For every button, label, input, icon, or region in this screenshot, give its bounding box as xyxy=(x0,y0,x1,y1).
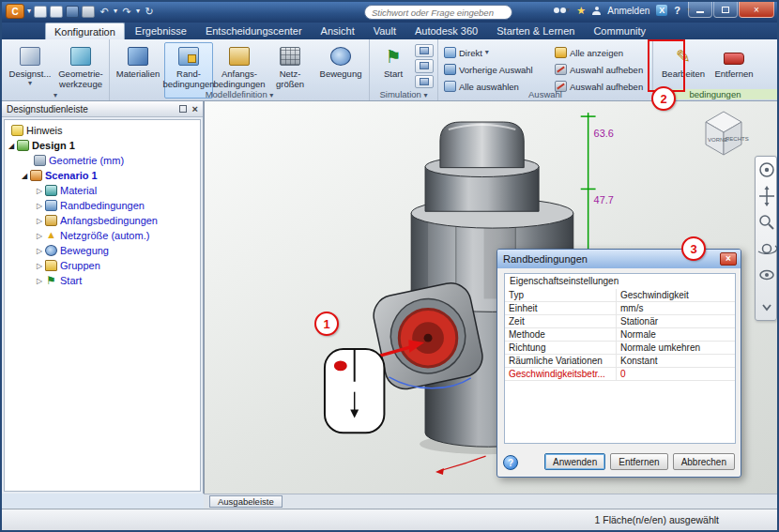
redo-caret-icon[interactable]: ▾ xyxy=(136,8,140,15)
tab-ergebnisse[interactable]: Ergebnisse xyxy=(127,23,195,39)
table-row[interactable]: TypGeschwindigkeit xyxy=(505,289,735,302)
search-binoculars-icon[interactable] xyxy=(554,8,559,13)
collapsed-caret-icon[interactable]: ▷ xyxy=(35,232,44,240)
refresh-icon[interactable]: ↻ xyxy=(143,6,156,18)
maximize-icon xyxy=(722,7,729,13)
dialog-close-button[interactable]: × xyxy=(720,252,737,266)
design-study-caret-icon[interactable]: ▾ xyxy=(28,80,32,87)
list-icon[interactable] xyxy=(415,75,434,88)
left-click-indicator xyxy=(334,360,347,371)
group-flyout-caret[interactable]: ▾ xyxy=(2,89,109,99)
cancel-button[interactable]: Abbrechen xyxy=(673,453,735,470)
tree-item-design-1[interactable]: ◢ Design 1 xyxy=(5,138,200,153)
note-icon xyxy=(11,125,23,136)
close-button[interactable]: × xyxy=(739,2,774,18)
envelope-icon[interactable] xyxy=(415,59,434,72)
tree-item-scenario-1[interactable]: ◢ Scenario 1 xyxy=(5,168,200,183)
pan-icon[interactable] xyxy=(759,186,774,206)
sign-in-label[interactable]: Anmelden xyxy=(607,6,649,16)
expanded-caret-icon[interactable]: ◢ xyxy=(7,142,16,150)
group-label-simulation[interactable]: Simulation ▾ xyxy=(370,89,437,99)
materials-icon xyxy=(128,47,148,66)
tab-konfiguration[interactable]: Konfiguration xyxy=(45,23,125,39)
viewcube-right-label[interactable]: RECHTS xyxy=(726,136,749,142)
search-input[interactable] xyxy=(372,8,505,18)
save-icon[interactable] xyxy=(66,6,79,18)
selected-face[interactable] xyxy=(399,309,456,366)
table-row[interactable]: MethodeNormale xyxy=(505,328,735,342)
collapsed-caret-icon[interactable]: ▷ xyxy=(35,247,44,255)
favorites-star-icon[interactable]: ★ xyxy=(576,6,586,16)
pin-icon[interactable] xyxy=(179,105,187,113)
tree-item-netzgroesse[interactable]: ▷ ▲ Netzgröße (autom.) xyxy=(5,228,200,243)
tree-item-anfangsbedingungen[interactable]: ▷ Anfangsbedingungen xyxy=(5,213,200,228)
tree-item-start[interactable]: ▷ ⚑ Start xyxy=(5,273,200,288)
orbit-icon[interactable] xyxy=(758,245,777,254)
zoom-icon[interactable] xyxy=(760,216,773,229)
group-label-model-definition[interactable]: Modelldefinition ▾ xyxy=(110,89,369,99)
tree-item-gruppen[interactable]: ▷ Gruppen xyxy=(5,258,200,273)
previous-selection-button[interactable]: Vorherige Auswahl xyxy=(442,61,551,78)
dialog-help-button[interactable]: ? xyxy=(503,455,518,470)
table-row[interactable]: RichtungNormale umkehren xyxy=(505,342,735,355)
app-menu-button[interactable]: C xyxy=(6,4,24,19)
collapsed-caret-icon[interactable]: ▷ xyxy=(35,202,44,210)
minimize-button[interactable] xyxy=(688,2,712,18)
maximize-button[interactable] xyxy=(713,2,738,18)
navbar-more-icon[interactable] xyxy=(763,305,771,310)
tree-item-randbedingungen[interactable]: ▷ Randbedingungen xyxy=(5,198,200,213)
app-menu-caret-icon[interactable]: ▾ xyxy=(27,8,31,15)
tree-item-hinweis[interactable]: Hinweis xyxy=(5,123,200,138)
help-icon[interactable]: ? xyxy=(674,5,680,16)
apply-button[interactable]: Anwenden xyxy=(544,453,605,470)
group-label-selection: Auswahl xyxy=(438,89,652,99)
undo-caret-icon[interactable]: ▾ xyxy=(114,8,117,15)
undo-icon[interactable]: ↶ xyxy=(98,6,111,18)
tree-item-material[interactable]: ▷ Material xyxy=(5,183,200,198)
deselect-button[interactable]: Auswahl aufheben xyxy=(553,61,649,78)
panel-close-icon[interactable]: × xyxy=(192,104,198,114)
user-icon[interactable] xyxy=(592,7,601,15)
show-all-button[interactable]: Alle anzeigen xyxy=(553,44,649,61)
tab-entscheidungscenter[interactable]: Entscheidungscenter xyxy=(197,23,311,39)
collapsed-caret-icon[interactable]: ▷ xyxy=(35,217,44,225)
collapsed-caret-icon[interactable]: ▷ xyxy=(35,262,44,270)
expanded-caret-icon[interactable]: ◢ xyxy=(20,172,29,180)
open-icon[interactable] xyxy=(50,6,63,18)
tree-item-bewegung[interactable]: ▷ Bewegung xyxy=(5,243,200,258)
tab-vault[interactable]: Vault xyxy=(365,23,405,39)
remove-condition-button[interactable]: Entfernen xyxy=(610,453,667,470)
property-table: TypGeschwindigkeit Einheitmm/s ZeitStati… xyxy=(505,289,735,381)
mesh-icon: ▲ xyxy=(45,230,57,241)
collapsed-caret-icon[interactable]: ▷ xyxy=(35,187,44,195)
table-row[interactable]: ZeitStationär xyxy=(505,315,735,328)
search-box[interactable] xyxy=(364,5,512,20)
grid-icon[interactable] xyxy=(415,44,434,57)
table-row[interactable]: Einheitmm/s xyxy=(505,302,735,315)
table-row[interactable]: Räumliche VariationenKonstant xyxy=(505,355,735,368)
table-row-highlighted[interactable]: Geschwindigkeitsbetr...0 xyxy=(505,368,735,381)
tab-starten-lernen[interactable]: Starten & Lernen xyxy=(488,23,583,39)
tab-community[interactable]: Community xyxy=(585,23,654,39)
material-icon xyxy=(45,185,57,196)
boundary-condition-icon xyxy=(45,200,57,211)
output-bar-button[interactable]: Ausgabeleiste xyxy=(209,495,283,508)
new-document-icon[interactable] xyxy=(34,6,47,18)
search-caret-icon[interactable]: ▾ xyxy=(566,7,570,14)
boundary-conditions-dialog[interactable]: Randbedingungen × Eigenschaftseinstellun… xyxy=(496,249,741,478)
collapsed-caret-icon[interactable]: ▷ xyxy=(35,277,44,285)
geometry-tools-icon xyxy=(70,47,91,66)
tree-item-geometrie[interactable]: Geometrie (mm) xyxy=(5,153,200,168)
tab-ansicht[interactable]: Ansicht xyxy=(313,23,363,39)
look-at-icon[interactable] xyxy=(760,271,773,280)
tab-autodesk-360[interactable]: Autodesk 360 xyxy=(406,23,486,39)
application-window: C ▾ ↶ ▾ ↷ ▾ ↻ ▾ ★ Anmelden X ? ▾ xyxy=(0,0,779,532)
view-cube[interactable]: VORNE RECHTS xyxy=(695,105,753,161)
exchange-apps-icon[interactable]: X xyxy=(656,5,667,16)
print-icon[interactable] xyxy=(82,6,95,18)
initial-condition-icon xyxy=(45,215,57,226)
steering-wheel-icon[interactable] xyxy=(760,163,773,176)
direct-selection-button[interactable]: Direkt ▾ xyxy=(442,44,551,61)
redo-icon[interactable]: ↷ xyxy=(120,6,133,18)
ribbon-group-model-definition: Materialien Rand- bedingungen Anfangs- b… xyxy=(110,39,370,100)
